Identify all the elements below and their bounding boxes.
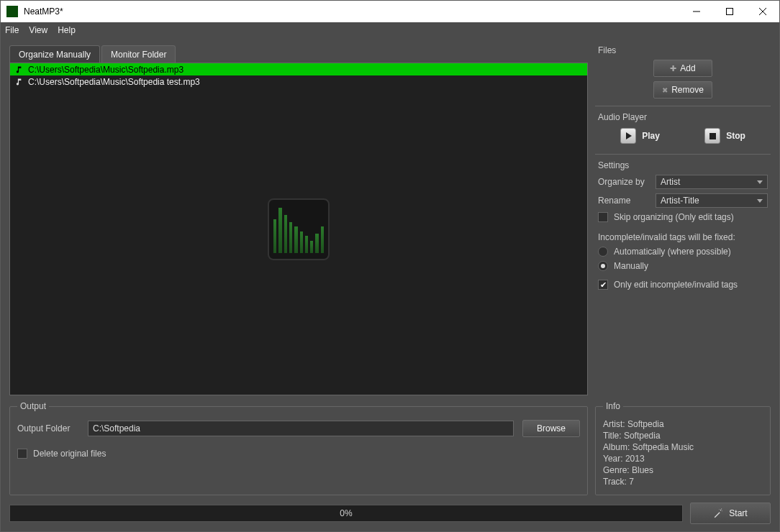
- progress-bar: 0%: [9, 505, 683, 522]
- play-icon: [620, 128, 636, 144]
- button-label: Remove: [671, 85, 704, 95]
- add-button[interactable]: Add: [653, 60, 712, 77]
- output-section: Output Output Folder Browse Delete origi…: [9, 401, 588, 495]
- info-artist: Artist: Softpedia: [603, 418, 763, 430]
- file-row[interactable]: C:\Users\Softpedia\Music\Softpedia test.…: [10, 75, 587, 88]
- file-path: C:\Users\Softpedia\Music\Softpedia test.…: [28, 77, 200, 87]
- menu-file[interactable]: File: [5, 25, 19, 35]
- music-icon: [14, 65, 24, 74]
- svg-rect-1: [727, 9, 733, 15]
- info-title: Info: [603, 401, 623, 411]
- manual-fix-radio[interactable]: [598, 261, 608, 271]
- file-row[interactable]: C:\Users\Softpedia\Music\Softpedia.mp3: [10, 63, 587, 75]
- audio-player-title: Audio Player: [598, 112, 768, 122]
- menu-help[interactable]: Help: [58, 25, 76, 35]
- organize-by-label: Organize by: [598, 177, 650, 187]
- button-label: Play: [642, 131, 660, 141]
- tab-organize-manually[interactable]: Organize Manually: [9, 45, 100, 63]
- window-title: NeatMP3*: [24, 6, 680, 17]
- skip-organizing-checkbox[interactable]: [598, 212, 608, 222]
- tab-monitor-folder[interactable]: Monitor Folder: [101, 45, 176, 63]
- delete-originals-checkbox[interactable]: [17, 449, 27, 459]
- app-icon: [6, 6, 18, 17]
- menubar: File View Help: [1, 22, 779, 38]
- stop-button[interactable]: Stop: [704, 128, 745, 144]
- fix-tags-header: Incomplete/invalid tags will be fixed:: [598, 232, 768, 242]
- manual-fix-label: Manually: [614, 261, 648, 271]
- remove-button[interactable]: Remove: [653, 81, 712, 98]
- chevron-down-icon: [757, 199, 763, 203]
- x-icon: [662, 85, 668, 95]
- output-folder-label: Output Folder: [17, 423, 79, 434]
- wand-icon: [713, 508, 723, 518]
- music-icon: [14, 77, 24, 86]
- browse-button[interactable]: Browse: [522, 420, 580, 437]
- tabs: Organize Manually Monitor Folder: [9, 45, 588, 63]
- start-button[interactable]: Start: [690, 503, 771, 524]
- equalizer-logo: [268, 198, 330, 260]
- progress-text: 0%: [340, 508, 352, 518]
- info-year: Year: 2013: [603, 453, 763, 464]
- info-track: Track: 7: [603, 476, 763, 487]
- stop-icon: [704, 128, 720, 144]
- file-list[interactable]: C:\Users\Softpedia\Music\Softpedia.mp3 C…: [9, 63, 588, 395]
- rename-label: Rename: [598, 196, 650, 206]
- settings-title: Settings: [598, 160, 768, 170]
- menu-view[interactable]: View: [29, 25, 47, 35]
- select-value: Artist: [661, 177, 680, 187]
- info-section: Info Artist: Softpedia Title: Softpedia …: [595, 401, 771, 495]
- close-button[interactable]: [746, 1, 779, 22]
- files-section-title: Files: [598, 45, 768, 55]
- only-invalid-checkbox[interactable]: [598, 280, 608, 290]
- button-label: Browse: [537, 423, 566, 434]
- only-invalid-label: Only edit incomplete/invalid tags: [614, 280, 738, 290]
- output-title: Output: [17, 401, 49, 411]
- select-value: Artist-Title: [661, 196, 699, 206]
- info-track-title: Title: Softpedia: [603, 430, 763, 441]
- button-label: Stop: [726, 131, 745, 141]
- plus-icon: [670, 63, 676, 73]
- button-label: Add: [680, 63, 695, 73]
- delete-originals-label: Delete original files: [33, 449, 106, 459]
- skip-organizing-label: Skip organizing (Only edit tags): [614, 212, 734, 222]
- info-genre: Genre: Blues: [603, 464, 763, 476]
- button-label: Start: [729, 508, 747, 518]
- play-button[interactable]: Play: [620, 128, 660, 144]
- rename-select[interactable]: Artist-Title: [656, 193, 768, 208]
- titlebar: NeatMP3*: [1, 1, 779, 22]
- organize-by-select[interactable]: Artist: [656, 175, 768, 189]
- output-folder-input[interactable]: [88, 421, 514, 436]
- tab-label: Organize Manually: [19, 50, 91, 60]
- minimize-button[interactable]: [680, 1, 713, 22]
- tab-label: Monitor Folder: [111, 50, 166, 60]
- maximize-button[interactable]: [713, 1, 746, 22]
- auto-fix-radio[interactable]: [598, 247, 608, 257]
- file-path: C:\Users\Softpedia\Music\Softpedia.mp3: [28, 65, 183, 75]
- info-album: Album: Softpedia Music: [603, 441, 763, 453]
- chevron-down-icon: [757, 180, 763, 184]
- auto-fix-label: Automatically (where possible): [614, 247, 731, 257]
